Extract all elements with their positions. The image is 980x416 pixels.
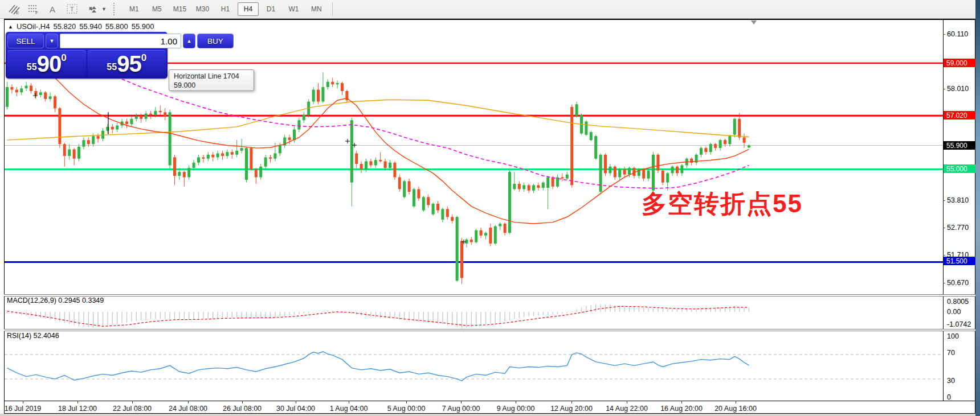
time-axis-border <box>4 401 975 401</box>
candle-body <box>350 120 353 183</box>
buy-price-display[interactable]: 55 95 0 <box>88 50 166 76</box>
macd-axis-label: 0.8005 <box>947 298 969 306</box>
price-axis-tick <box>943 228 945 228</box>
candle-body <box>183 172 186 177</box>
timeframe-button-mn[interactable]: MN <box>306 2 327 16</box>
candle-body <box>618 169 621 177</box>
one-click-trade-panel: SELL ▼ ▲ BUY 55 90 0 55 95 0 <box>6 32 168 79</box>
candle-body <box>331 82 334 85</box>
timeframe-button-m5[interactable]: M5 <box>146 2 168 16</box>
time-axis-label: 30 Jul 04:00 <box>276 405 315 413</box>
candle-body <box>145 114 148 119</box>
candle-body <box>594 136 597 159</box>
candle-body <box>546 177 549 188</box>
buy-button[interactable]: BUY <box>197 34 234 48</box>
object-tooltip: Horizontal Line 1704 59.000 <box>169 69 254 91</box>
candle-body <box>341 83 344 91</box>
candle-body <box>25 86 28 89</box>
time-axis-label: 5 Aug 00:00 <box>387 405 426 413</box>
candle-body <box>106 127 109 131</box>
candle-body <box>628 168 631 175</box>
timeframe-button-m30[interactable]: M30 <box>192 2 213 16</box>
candle-body <box>63 144 66 156</box>
timeframe-button-m15[interactable]: M15 <box>169 2 190 16</box>
price-axis-label: 58.010 <box>947 85 969 93</box>
price-axis-tick <box>943 283 945 283</box>
time-axis-tick <box>188 401 189 403</box>
candle-body <box>432 204 435 215</box>
time-axis-tick <box>296 401 296 403</box>
line-studies-icon[interactable]: E <box>6 2 23 17</box>
rsi-label: RSI(14) 52.4046 <box>7 332 59 340</box>
candle-body <box>317 90 320 102</box>
fibonacci-icon[interactable]: F <box>25 2 42 17</box>
text-label-icon[interactable]: T <box>64 2 81 17</box>
candle-body <box>537 185 540 188</box>
candle-body <box>441 209 444 220</box>
time-axis-label: 1 Aug 04:00 <box>330 405 368 413</box>
candle-body <box>647 171 650 179</box>
candle-body <box>456 217 459 281</box>
buy-price-pips: 95 <box>117 52 141 75</box>
arrows-icon[interactable] <box>83 2 100 17</box>
candle-body <box>451 217 454 221</box>
candle-body <box>738 119 741 138</box>
candle-body <box>676 167 679 174</box>
candle-body <box>279 145 281 153</box>
candle-body <box>623 169 626 174</box>
candle-body <box>465 240 468 244</box>
timeframe-button-h1[interactable]: H1 <box>215 2 236 16</box>
time-axis-label: 16 Jul 2019 <box>5 405 42 413</box>
ma-magenta-medium[interactable] <box>122 79 749 188</box>
price-badge-51.500: 51.500 <box>944 257 975 265</box>
timeframe-button-w1[interactable]: W1 <box>283 2 304 16</box>
candle-body <box>360 164 363 169</box>
candle-body <box>321 87 324 102</box>
rsi-canvas[interactable] <box>5 331 943 401</box>
time-axis-tick <box>242 401 243 403</box>
candle-body <box>590 132 593 140</box>
price-badge-55.000: 55.000 <box>944 164 975 173</box>
candle-body <box>273 153 276 158</box>
tooltip-title: Horizontal Line 1704 <box>174 72 249 81</box>
time-axis-tick <box>349 401 349 403</box>
timeframe-button-d1[interactable]: D1 <box>260 2 281 16</box>
candle-body <box>417 189 420 198</box>
candle-body <box>422 197 425 210</box>
ma-orange-slow[interactable] <box>7 100 749 140</box>
quote-high: 55.940 <box>79 22 102 31</box>
sell-price-point: 0 <box>61 52 66 64</box>
price-axis-tick <box>943 200 945 201</box>
sell-button[interactable]: SELL <box>7 34 44 48</box>
candle-body <box>97 136 100 139</box>
timeframe-button-h4[interactable]: H4 <box>238 2 259 16</box>
sell-price-display[interactable]: 55 90 0 <box>7 50 86 76</box>
svg-text:E: E <box>16 10 19 15</box>
price-badge-55.900: 55.900 <box>944 141 975 150</box>
volume-decrease-button[interactable]: ▼ <box>46 34 58 48</box>
volume-increase-button[interactable]: ▲ <box>183 34 195 48</box>
price-axis-label: 50.670 <box>947 279 969 287</box>
macd-canvas[interactable] <box>5 296 943 329</box>
candle-body <box>297 120 300 129</box>
volume-input[interactable] <box>60 34 181 48</box>
price-axis-tick <box>943 89 945 89</box>
rsi-axis-label: 70 <box>947 349 955 357</box>
candle-body <box>585 122 587 135</box>
candle-body <box>193 163 195 168</box>
toolbar-grip[interactable] <box>113 3 119 15</box>
candle-body <box>408 181 411 192</box>
time-axis-label: 14 Aug 22:00 <box>606 405 648 413</box>
candle-body <box>169 112 172 165</box>
candle-body <box>379 160 382 161</box>
timeframe-button-m1[interactable]: M1 <box>124 2 145 16</box>
buy-price-major: 55 <box>107 62 117 72</box>
candle-body <box>384 161 387 168</box>
arrows-dropdown-caret[interactable]: ▼ <box>101 6 107 12</box>
candle-body <box>561 177 564 178</box>
candle-body <box>288 137 291 140</box>
candle-body <box>513 184 516 189</box>
candle-body <box>240 148 243 151</box>
text-icon[interactable]: A <box>44 2 62 17</box>
candle-body <box>475 230 477 242</box>
